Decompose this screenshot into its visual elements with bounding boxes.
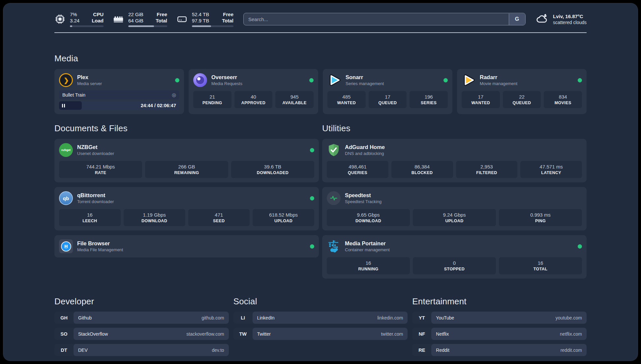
qbittorrent-icon: qb (59, 191, 73, 205)
adguard-icon (327, 143, 341, 157)
speedtest-card[interactable]: Speedtest Speedtest Tracking 9.65 GbpsDO… (322, 187, 587, 230)
search-provider-button[interactable]: G (509, 14, 525, 25)
portainer-subtitle: Container management (345, 247, 390, 253)
weather-location-temp: Lviv, 16.87°C (553, 13, 587, 19)
bookmark-twitter[interactable]: TW Twitter twitter.com (233, 328, 408, 340)
adguard-stat-filtered: 2,953FILTERED (456, 161, 518, 178)
overseerr-subtitle: Media Requests (211, 81, 242, 86)
now-playing-title: Bullet Train (62, 92, 85, 98)
pause-icon[interactable] (62, 104, 65, 107)
adguard-stat-queries: 498,461QUERIES (327, 161, 388, 178)
cpu-stat-group: 7% 3.24 CPU Load (54, 11, 104, 27)
screenshot-frame: 7% 3.24 CPU Load (0, 0, 641, 364)
nzbget-card[interactable]: nzbget NZBGet Usenet downloader 744.21 M… (54, 139, 319, 182)
nzbget-stat-downloaded: 39.6 TBDOWNLOADED (231, 161, 314, 178)
bookmark-abbr: NF (412, 328, 431, 340)
nzbget-icon: nzbget (59, 143, 73, 157)
search-input[interactable] (243, 13, 526, 25)
bookmark-name: Netflix (436, 331, 449, 337)
bookmark-github[interactable]: GH Github github.com (54, 312, 229, 324)
overseerr-name: Overseerr (211, 74, 242, 81)
disk-free-value: 52.4 TB (192, 11, 209, 17)
speedtest-name: Speedtest (345, 192, 382, 199)
bookmark-abbr: TW (233, 328, 253, 340)
portainer-card[interactable]: Media Portainer Container management 16R… (322, 235, 587, 279)
playback-progress-bar[interactable]: 24:44 / 02:06:47 (59, 101, 179, 110)
bookmark-dev[interactable]: DT DEV dev.to (54, 344, 229, 356)
adguard-subtitle: DNS and adblocking (345, 151, 385, 156)
bookmark-name: Twitter (257, 331, 271, 337)
qbittorrent-stat-download: 1.19 GbpsDOWNLOAD (124, 209, 185, 226)
adguard-stat-latency: 47.571 msLATENCY (520, 161, 582, 178)
filebrowser-subtitle: Media File Management (77, 247, 123, 253)
nzbget-stat-remaining: 266 GBREMAINING (145, 161, 228, 178)
nzbget-status-indicator (310, 148, 314, 152)
cpu-icon (54, 14, 66, 25)
sonarr-stat-wanted: 485WANTED (327, 91, 366, 108)
sonarr-stat-queued: 17QUEUED (369, 91, 407, 108)
radarr-card[interactable]: Radarr Movie management 17WANTED 22QUEUE… (457, 69, 587, 114)
bookmark-url: twitter.com (381, 331, 403, 337)
overseerr-stat-available: 945AVAILABLE (275, 91, 314, 108)
plex-icon: ❯ (59, 73, 73, 87)
ram-free-value: 22 GiB (128, 11, 143, 17)
bookmark-reddit[interactable]: RE Reddit reddit.com (412, 344, 587, 356)
overseerr-status-indicator (309, 78, 314, 82)
bookmark-name: Github (78, 315, 92, 320)
cpu-load-value: 3.24 (70, 17, 79, 24)
radarr-name: Radarr (480, 74, 517, 81)
ram-stat-group: 22 GiB 64 GiB Free Total (113, 11, 167, 27)
bookmark-name: Reddit (436, 348, 449, 353)
qbittorrent-stat-upload: 618.52 MbpsUPLOAD (253, 209, 314, 226)
plex-name: Plex (77, 74, 102, 81)
radarr-stat-movies: 834MOVIES (544, 91, 582, 108)
filebrowser-status-indicator (310, 244, 314, 249)
sonarr-subtitle: Series management (346, 81, 384, 86)
radarr-stat-queued: 22QUEUED (503, 91, 541, 108)
section-title-entertainment: Entertainment (412, 296, 587, 307)
disk-stat-group: 52.4 TB 97.9 TB Free Total (176, 11, 233, 27)
qbittorrent-status-indicator (310, 196, 314, 200)
bookmark-youtube[interactable]: YT YouTube youtube.com (412, 312, 587, 324)
filebrowser-card[interactable]: File Browser Media File Management (54, 235, 319, 258)
adguard-stat-blocked: 86,384BLOCKED (391, 161, 453, 178)
plex-now-playing: Bullet Train ◎ 24:44 / 02:06:47 (59, 90, 179, 110)
overseerr-stat-pending: 21PENDING (193, 91, 231, 108)
bookmark-stackoverflow[interactable]: SO StackOverflow stackoverflow.com (54, 328, 229, 340)
cpu-load-label: Load (92, 17, 104, 24)
adguard-card[interactable]: AdGuard Home DNS and adblocking 498,461Q… (322, 139, 587, 182)
disk-icon (176, 14, 188, 25)
speedtest-stat-upload: 9.24 GbpsUPLOAD (413, 209, 496, 226)
bookmark-linkedin[interactable]: LI LinkedIn linkedin.com (233, 312, 408, 324)
bookmark-url: youtube.com (556, 315, 582, 320)
bookmark-abbr: LI (233, 312, 253, 324)
filebrowser-name: File Browser (77, 240, 123, 247)
section-title-social: Social (233, 296, 408, 307)
now-playing-settings-icon[interactable]: ◎ (172, 92, 176, 98)
plex-card[interactable]: ❯ Plex Media server Bullet Train ◎ (54, 69, 184, 114)
ram-icon (113, 14, 124, 25)
qbittorrent-card[interactable]: qb qBittorrent Torrent downloader 16LEEC… (54, 187, 319, 230)
playback-time: 24:44 / 02:06:47 (141, 103, 179, 108)
documents-column: Documents & Files nzbget NZBGet Usenet d… (54, 123, 319, 279)
bookmark-url: linkedin.com (378, 315, 403, 320)
nzbget-stat-rate: 744.21 MbpsRATE (59, 161, 142, 178)
qbittorrent-stat-seed: 471SEED (188, 209, 250, 226)
speedtest-stat-ping: 0.993 msPING (499, 209, 582, 226)
social-section: Social LI LinkedIn linkedin.com TW Twitt… (233, 296, 408, 356)
entertainment-section: Entertainment YT YouTube youtube.com NF … (412, 296, 587, 356)
overseerr-stat-approved: 40APPROVED (234, 91, 273, 108)
sonarr-card[interactable]: Sonarr Series management 485WANTED 17QUE… (323, 69, 452, 114)
weather-condition: scattered clouds (553, 19, 587, 25)
ram-free-label: Free (156, 11, 167, 17)
ram-progress-bar (128, 25, 167, 27)
nzbget-subtitle: Usenet downloader (77, 151, 114, 156)
bookmark-netflix[interactable]: NF Netflix netflix.com (412, 328, 587, 340)
bookmark-abbr: YT (412, 312, 431, 324)
speedtest-icon (327, 191, 341, 205)
disk-total-label: Total (222, 17, 233, 24)
disk-total-value: 97.9 TB (192, 17, 209, 24)
cloud-icon (535, 13, 549, 26)
overseerr-card[interactable]: Overseerr Media Requests 21PENDING 40APP… (189, 69, 318, 114)
speedtest-subtitle: Speedtest Tracking (345, 199, 382, 204)
